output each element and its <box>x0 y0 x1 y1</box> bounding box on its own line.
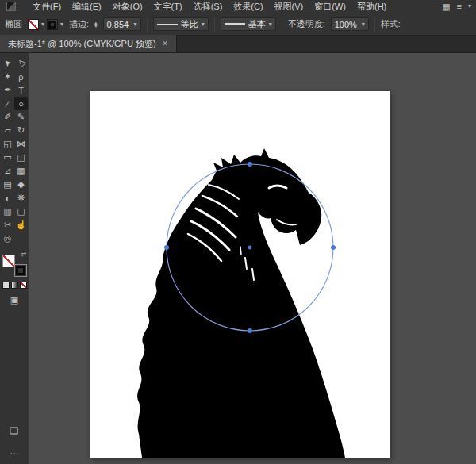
anchor-top[interactable] <box>248 162 252 167</box>
opacity-field[interactable]: 100% ▾ <box>331 17 369 31</box>
stroke-proxy-swatch[interactable] <box>14 264 27 277</box>
width-profile-value: 等比 <box>181 18 198 30</box>
line-segment-tool[interactable]: ∕ <box>1 97 14 110</box>
menu-object[interactable]: 对象(O) <box>107 0 148 13</box>
rotate-tool[interactable]: ↻ <box>14 124 28 137</box>
width-tool[interactable]: ⋈ <box>14 137 28 151</box>
workspace-switcher-icon[interactable]: ≡ <box>457 2 462 11</box>
symbol-sprayer-tool[interactable]: ❋ <box>14 191 28 205</box>
eyedropper-tool[interactable]: ◆ <box>14 178 28 191</box>
anchor-right[interactable] <box>331 245 336 250</box>
menu-view[interactable]: 视图(V) <box>269 0 309 13</box>
width-profile-line-icon <box>157 24 178 25</box>
arrange-documents-icon[interactable]: ▦ <box>442 2 450 11</box>
stroke-weight-caret-icon[interactable]: ▾ <box>134 21 137 28</box>
stroke-weight-field[interactable]: 0.854 ▾ <box>103 17 141 31</box>
hand-tool[interactable]: ☝ <box>14 218 28 232</box>
document-tab[interactable]: 未标题-1* @ 100% (CMYK/GPU 预览) × <box>0 35 177 52</box>
menu-window[interactable]: 窗口(W) <box>309 0 351 13</box>
zoom-tool[interactable]: ◎ <box>1 232 14 245</box>
width-profile-dropdown[interactable]: 等比 ▾ <box>153 17 209 31</box>
brush-value: 基本 <box>248 18 266 30</box>
swap-fill-stroke-icon[interactable]: ⇄ <box>21 251 27 258</box>
artboard-tool[interactable]: ▢ <box>14 205 28 218</box>
draw-mode-icon[interactable]: ▣ <box>10 295 18 305</box>
opacity-value[interactable]: 100% <box>335 20 359 29</box>
tab-close-icon[interactable]: × <box>163 38 168 49</box>
column-graph-tool[interactable]: ▥ <box>1 205 14 218</box>
mesh-tool[interactable]: ▦ <box>14 164 28 178</box>
pencil-tool[interactable]: ✎ <box>14 110 28 124</box>
free-transform-tool[interactable]: ▭ <box>1 151 14 164</box>
opacity-label: 不透明度: <box>288 18 325 30</box>
document-tab-title: 未标题-1* @ 100% (CMYK/GPU 预览) <box>8 38 156 50</box>
brush-caret-icon[interactable]: ▾ <box>269 21 272 28</box>
app-icon <box>6 2 16 11</box>
gradient-tool[interactable]: ▤ <box>1 178 14 191</box>
stroke-color-swatch[interactable] <box>47 19 58 30</box>
control-bar: 椭圆 ▾ ▾ 描边: ▴ ▾ 0.854 ▾ 等比 ▾ 基本 ▾ <box>0 13 476 36</box>
stroke-weight-value[interactable]: 0.854 <box>107 20 131 29</box>
artboard[interactable] <box>90 91 390 458</box>
separator <box>282 17 282 32</box>
pen-tool[interactable]: ✒ <box>1 83 14 97</box>
active-tool-label: 椭圆 <box>5 18 22 30</box>
none-button[interactable] <box>20 282 27 289</box>
spin-down-icon[interactable]: ▾ <box>94 25 98 28</box>
separator <box>147 17 148 32</box>
blend-tool[interactable]: ◐ <box>1 191 14 205</box>
type-tool[interactable]: T <box>14 83 28 97</box>
fill-stroke-widget: ⇄ <box>2 253 27 277</box>
artwork <box>90 91 390 458</box>
width-profile-caret-icon[interactable]: ▾ <box>202 21 205 28</box>
menu-edit[interactable]: 编辑(E) <box>67 0 107 13</box>
ellipse-tool[interactable]: ○ <box>14 97 28 110</box>
document-tab-bar: 未标题-1* @ 100% (CMYK/GPU 预览) × <box>0 36 476 53</box>
stroke-caret-icon[interactable]: ▾ <box>60 21 63 28</box>
fill-caret-icon[interactable]: ▾ <box>41 21 44 28</box>
stroke-weight-label: 描边: <box>69 18 89 30</box>
anchor-left[interactable] <box>164 245 169 250</box>
menu-bar: 文件(F) 编辑(E) 对象(O) 文字(T) 选择(S) 效果(C) 视图(V… <box>0 0 476 13</box>
brush-definition-dropdown[interactable]: 基本 ▾ <box>221 17 276 31</box>
fill-proxy-swatch[interactable] <box>2 255 15 267</box>
scale-tool[interactable]: ◱ <box>1 137 14 151</box>
menu-type[interactable]: 文字(T) <box>148 0 188 13</box>
tool-grid: ➤ ▷ ✶ ρ ✒ T ∕ ○ ✐ ✎ ▱ ↻ ◱ ⋈ ▭ ◫ ⊿ ▦ ▤ ◆ <box>1 56 28 245</box>
opacity-caret-icon[interactable]: ▾ <box>362 21 365 28</box>
shape-builder-tool[interactable]: ◫ <box>14 151 28 164</box>
main-menu: 文件(F) 编辑(E) 对象(O) 文字(T) 选择(S) 效果(C) 视图(V… <box>27 0 392 13</box>
separator <box>214 17 215 32</box>
style-label: 样式: <box>381 18 401 30</box>
paintbrush-tool[interactable]: ✐ <box>1 110 14 124</box>
slice-tool[interactable]: ✂ <box>1 218 14 232</box>
color-button[interactable] <box>2 282 10 289</box>
center-point[interactable] <box>248 246 252 250</box>
menu-help[interactable]: 帮助(H) <box>351 0 392 13</box>
eraser-tool[interactable]: ▱ <box>1 124 14 137</box>
illustrator-window: 文件(F) 编辑(E) 对象(O) 文字(T) 选择(S) 效果(C) 视图(V… <box>0 0 476 464</box>
menu-select[interactable]: 选择(S) <box>188 0 228 13</box>
fill-color-swatch[interactable] <box>28 19 39 30</box>
stroke-weight-stepper[interactable]: ▴ ▾ <box>94 21 98 28</box>
gradient-button[interactable] <box>11 282 18 289</box>
menu-file[interactable]: 文件(F) <box>27 0 67 13</box>
canvas-pasteboard[interactable] <box>29 53 476 464</box>
color-mode-buttons <box>2 282 27 289</box>
anchor-bottom[interactable] <box>248 328 252 333</box>
brush-line-icon <box>225 23 245 25</box>
workspace: ➤ ▷ ✶ ρ ✒ T ∕ ○ ✐ ✎ ▱ ↻ ◱ ⋈ ▭ ◫ ⊿ ▦ ▤ ◆ <box>0 53 476 464</box>
tools-panel: ➤ ▷ ✶ ρ ✒ T ∕ ○ ✐ ✎ ▱ ↻ ◱ ⋈ ▭ ◫ ⊿ ▦ ▤ ◆ <box>0 53 29 464</box>
menubar-caret-icon[interactable]: ▾ <box>468 3 471 10</box>
perspective-grid-tool[interactable]: ⊿ <box>1 164 14 178</box>
edit-toolbar-icon[interactable]: … <box>10 447 19 456</box>
screen-mode-icon[interactable]: ❏ <box>10 426 19 435</box>
separator <box>374 17 375 32</box>
menu-effect[interactable]: 效果(C) <box>228 0 268 13</box>
